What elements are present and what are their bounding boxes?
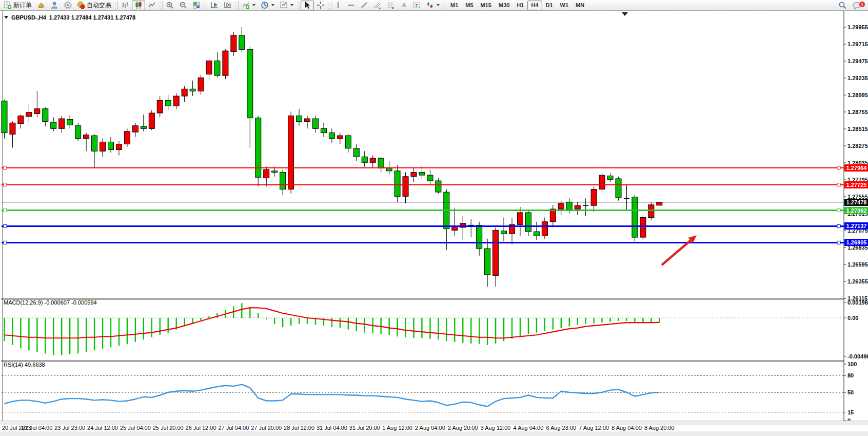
chart-end-button[interactable] [221,1,234,10]
candle-body-up[interactable] [223,51,228,75]
candle-body-up[interactable] [493,230,499,275]
hline-handle-right[interactable] [837,166,840,169]
candle-body-up[interactable] [10,123,15,134]
candle-chart-button[interactable] [132,1,145,10]
bar-chart-button[interactable] [119,1,132,10]
candle-body-up[interactable] [34,109,40,114]
hline-handle-left[interactable] [4,209,7,212]
signals-button[interactable] [61,1,74,10]
text-button[interactable]: A [398,1,410,10]
cursor-button[interactable] [301,1,314,10]
candle-body-down[interactable] [436,181,441,192]
timeframe-button-m15[interactable]: M15 [477,1,495,10]
candle-body-up[interactable] [657,202,662,205]
candle-body-up[interactable] [264,169,269,178]
candle-body-up[interactable] [305,119,310,122]
hline-handle-right[interactable] [837,209,840,212]
candle-body-down[interactable] [566,202,572,210]
candle-body-down[interactable] [108,142,113,149]
candle-body-down[interactable] [67,119,73,125]
tile-windows-button[interactable] [190,1,203,10]
candle-body-down[interactable] [345,136,351,148]
indicators-button[interactable] [239,1,258,10]
candle-body-up[interactable] [149,113,154,128]
autotrade-button[interactable]: 自动交易 [74,1,114,10]
vline-button[interactable] [332,1,344,10]
candle-body-up[interactable] [182,89,187,96]
candle-body-up[interactable] [403,177,408,197]
candle-body-up[interactable] [542,222,547,236]
candle-body-up[interactable] [640,218,646,238]
candle-body-down[interactable] [141,126,146,128]
candle-body-down[interactable] [607,176,613,179]
candle-body-down[interactable] [247,49,253,118]
timeframe-button-m1[interactable]: M1 [447,1,462,10]
candle-body-up[interactable] [84,135,89,139]
candle-body-down[interactable] [297,116,302,122]
text-label-button[interactable]: T [410,1,423,10]
timeframe-button-mn[interactable]: MN [572,1,588,10]
candle-body-down[interactable] [485,249,490,275]
candle-body-down[interactable] [239,35,245,50]
candle-body-down[interactable] [51,122,56,128]
rsi-pane-separator[interactable] [2,361,844,362]
line-chart-button[interactable] [145,1,159,10]
candle-body-up[interactable] [591,189,597,206]
chart-canvas[interactable] [0,11,868,431]
candle-body-down[interactable] [43,109,48,122]
candle-body-down[interactable] [255,118,261,178]
candle-body-up[interactable] [599,175,605,189]
candle-body-down[interactable] [329,133,334,139]
chart-surface[interactable]: GBPUSD-,H4 1.27433 1.27484 1.27431 1.274… [0,11,868,431]
candle-body-down[interactable] [525,213,531,232]
chart-forward-button[interactable] [208,1,221,10]
profile-button[interactable] [48,1,61,10]
hline-handle-right[interactable] [837,183,840,186]
candle-body-down[interactable] [427,175,433,181]
candle-body-up[interactable] [157,100,163,113]
candle-body-down[interactable] [214,61,220,75]
notifications-button[interactable]: 1 [850,1,867,10]
candle-body-up[interactable] [132,126,138,132]
candle-body-up[interactable] [411,173,417,177]
macd-pane-separator[interactable] [2,298,844,299]
candle-body-down[interactable] [75,126,81,139]
timeframe-button-h4[interactable]: H4 [527,1,542,10]
candle-body-up[interactable] [100,142,106,151]
candle-body-down[interactable] [362,157,367,162]
candle-body-up[interactable] [124,131,130,144]
candle-body-down[interactable] [419,173,425,176]
candle-body-up[interactable] [59,119,65,128]
candle-body-down[interactable] [92,136,97,151]
hline-button[interactable] [344,1,358,10]
candle-body-down[interactable] [394,171,400,197]
shapes-button[interactable] [423,1,442,10]
candle-body-up[interactable] [288,116,294,189]
candle-body-up[interactable] [116,144,122,150]
fibonacci-button[interactable]: F [384,1,398,10]
templates-button[interactable] [277,1,296,10]
candle-body-down[interactable] [190,89,195,91]
chart-dropdown-icon[interactable] [4,16,8,19]
candle-body-down[interactable] [2,101,7,133]
trendline-button[interactable] [358,1,371,10]
hline-handle-left[interactable] [4,183,7,186]
new-order-button[interactable]: 新订单 [1,1,34,10]
candle-body-up[interactable] [370,158,376,162]
candle-body-up[interactable] [173,96,179,106]
crosshair-button[interactable] [314,1,327,10]
candle-body-up[interactable] [575,205,580,209]
candle-body-up[interactable] [231,35,236,52]
candle-body-down[interactable] [353,148,359,157]
candle-body-down[interactable] [534,232,539,236]
periods-button[interactable] [258,1,277,10]
channel-button[interactable]: E [371,1,384,10]
timeframe-button-m30[interactable]: M30 [495,1,513,10]
candle-body-up[interactable] [517,213,523,224]
hline-handle-right[interactable] [837,241,840,244]
candle-body-down[interactable] [272,171,278,173]
candle-body-up[interactable] [198,78,204,91]
hline-handle-left[interactable] [4,224,7,228]
candle-body-down[interactable] [616,179,621,198]
hline-handle-right[interactable] [837,224,840,228]
